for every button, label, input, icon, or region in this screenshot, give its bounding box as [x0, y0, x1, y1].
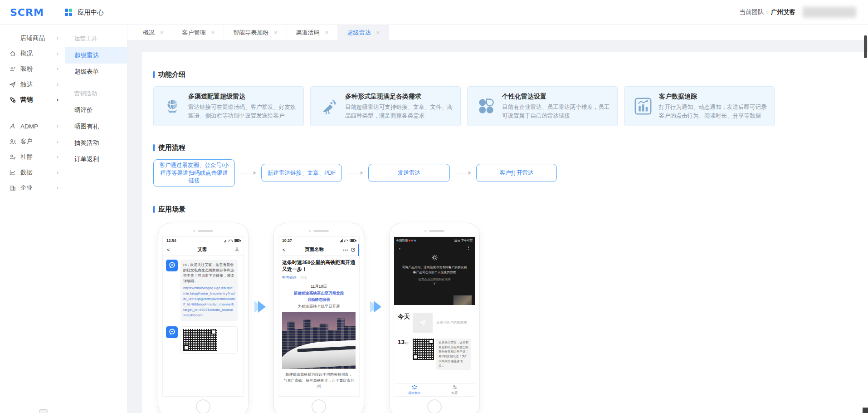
close-icon[interactable]: × [274, 30, 278, 35]
chat-message: Hi，欢迎关注艾客，这里有最全的社交电商生态圈案例分享和运营干货！可点击下方链接… [166, 260, 240, 321]
scrollbar-corner [863, 408, 868, 413]
sidebar-item-shop-goods[interactable]: 店铺商品 › [0, 30, 65, 46]
sidebar-item-admp[interactable]: ADMP › [0, 118, 65, 134]
gear-icon [394, 254, 475, 263]
signal-icon [340, 239, 343, 242]
menu-item-super-form[interactable]: 超级表单 [65, 64, 127, 80]
close-icon[interactable]: × [376, 30, 380, 35]
flow-step-1: 客户通过朋友圈、公众号/小程序等渠道扫码或点击渠道链接 [153, 159, 235, 187]
sidebar-item-enterprise[interactable]: 企业 › [0, 180, 65, 196]
menu-item-super-radar[interactable]: 超级雷达 [65, 47, 127, 64]
phone-speaker [162, 227, 244, 235]
primary-sidebar: 店铺商品 › 概况 › 吸粉 › 触达 › 营销 › [0, 25, 65, 413]
article-meta: 中国铁路 今天 [282, 275, 356, 280]
group-spacer [65, 80, 127, 87]
feature-card-personalized: 个性化雷达设置 目前有企业雷达、员工雷达两个维度，员工可设置属于自己的雷达链接 [467, 86, 618, 126]
menu-item-order-rebate[interactable]: 订单返利 [65, 151, 127, 167]
menu-item-lottery[interactable]: 抽奖活动 [65, 135, 127, 151]
close-icon[interactable]: × [211, 30, 215, 35]
phone-mockup-chat: 12:54 < 艾客 [158, 223, 249, 413]
share-icon [9, 96, 16, 103]
battery-icon [350, 239, 356, 242]
sidebar-item-attract-fans[interactable]: 吸粉 › [0, 61, 65, 77]
team-name[interactable]: 广州艾客 [771, 9, 795, 15]
phone-screen: 10:27 < 页面名称 ••• 这条时速3 [278, 236, 360, 397]
status-bar: 12:54 [163, 237, 244, 245]
tab-smart-import[interactable]: 智能导表加粉× [224, 25, 287, 40]
home-icon [9, 50, 16, 57]
sidebar-item-customers[interactable]: 客户 › [0, 134, 65, 149]
moments-header: 中国联通 31% 下午4:22 [394, 237, 475, 305]
card-desc: 目前超级雷达可支持链接、文章、文件、商品四种类型，满足商家各类需求 [345, 103, 454, 119]
app-center-label[interactable]: 应用中心 [78, 8, 104, 17]
menu-item-photo-reward[interactable]: 晒图有礼 [65, 118, 127, 135]
chat-message-qr [166, 326, 240, 354]
radar-link: https://zhfozwzgoq.ugc.wb.miemie.la/api/… [183, 285, 235, 318]
community-icon [9, 153, 16, 161]
message-bubble: Hi，欢迎关注艾客，这里有最全的社交电商生态圈案例分享和运营干货！可点击下方链接… [180, 260, 238, 321]
user-account-blurred[interactable] [803, 7, 856, 18]
flow-steps: 客户通过朋友圈、公众号/小程序等渠道扫码或点击渠道链接 新建雷达链接、文章、PD… [153, 159, 868, 187]
phone-mockup-moments: 中国联通 31% 下午4:22 [389, 223, 480, 413]
dashed-arrow-icon [241, 173, 255, 173]
tab-super-radar[interactable]: 超级雷达× [338, 25, 389, 40]
chevron-right-icon: › [57, 66, 59, 72]
tab-bar: 概况× 客户管理× 智能导表加粉× 渠道活码× 超级雷达× [127, 25, 868, 40]
flow-step-4: 客户打开雷达 [476, 164, 557, 182]
qr-code [183, 329, 217, 351]
scroll-indicator [358, 244, 360, 256]
chart-line-icon [9, 169, 16, 176]
back-arrow-icon: ← [398, 245, 404, 251]
chevron-right-icon: › [57, 81, 59, 88]
kebab-menu-icon: ⋮ [466, 245, 471, 250]
sidebar-item-overview[interactable]: 概况 › [0, 46, 65, 61]
section-header-flow: 使用流程 [153, 143, 868, 152]
arrow-separator [364, 223, 389, 413]
publish-hint: 发表到客户的朋友圈 [436, 320, 467, 325]
tab-customer-management[interactable]: 客户管理× [173, 25, 224, 40]
moments-nav: ← ⋮ [394, 244, 475, 252]
tab-config: 配置 [434, 384, 475, 396]
sidebar-item-data[interactable]: 数据 › [0, 165, 65, 180]
chevron-right-icon: › [57, 50, 59, 57]
article-date: 11月10日 [282, 283, 356, 290]
card-title: 多渠道配置超级雷达 [188, 93, 297, 101]
sidebar-item-community[interactable]: 社群 › [0, 149, 65, 165]
qr-code [413, 339, 434, 360]
moments-tabbar: 我发表的 配置 [394, 384, 475, 396]
chevron-down-icon: ∨ [394, 282, 475, 285]
card-title: 个性化雷达设置 [502, 93, 611, 101]
close-icon[interactable]: × [160, 30, 164, 35]
card-desc: 雷达链接可在渠道活码、客户群发、好友欢迎语、侧边栏等功能中设置发送给客户 [188, 103, 297, 119]
qr-bubble [180, 326, 238, 354]
tab-channel-qr[interactable]: 渠道活码× [287, 25, 338, 40]
section-title: 应用场景 [158, 205, 185, 214]
publish-placeholder [413, 313, 433, 333]
section-header-scenarios: 应用场景 [153, 205, 868, 214]
card-title: 客户数据追踪 [659, 93, 768, 101]
wifi-icon [229, 240, 233, 242]
status-chip [414, 240, 416, 241]
card-title: 多种形式呈现满足各类需求 [345, 93, 454, 101]
feed-row-13: 139月 欢迎关注艾客，这里有最全的社交电商生态圈案例分享和运营干货！最in的营… [398, 339, 471, 370]
feature-card-multichannel: 多渠道配置超级雷达 雷达链接可在渠道活码、客户群发、好友欢迎语、侧边栏等功能中设… [153, 86, 304, 126]
menu-item-review-share[interactable]: 晒评价 [65, 102, 127, 118]
close-icon[interactable]: × [325, 30, 329, 35]
building-icon [9, 184, 16, 192]
sidebar-item-reach[interactable]: 触达 › [0, 77, 65, 92]
vertical-scrollbar-thumb[interactable] [864, 35, 867, 58]
brand-avatar [166, 260, 178, 271]
feature-cards: 多渠道配置超级雷达 雷达链接可在渠道活码、客户群发、好友欢迎语、侧边栏等功能中设… [153, 86, 868, 126]
clipped-widget [39, 409, 48, 413]
feed-date: 今天 [398, 313, 413, 333]
tab-overview[interactable]: 概况× [134, 25, 173, 40]
app-grid-icon[interactable] [65, 9, 73, 16]
admp-icon [9, 123, 16, 130]
phone-screen: 中国联通 31% 下午4:22 [394, 236, 475, 397]
contact-icon [234, 247, 239, 253]
feed-date: 139月 [398, 339, 413, 370]
card-desc: 打开行为通知、动态通知，发送后即可记录客户的点击行为、阅读时长、分享等数据 [659, 103, 768, 119]
chevron-right-icon: › [57, 35, 59, 41]
sidebar-item-marketing[interactable]: 营销 › [0, 92, 65, 108]
blue-arrow-icon [254, 301, 268, 313]
